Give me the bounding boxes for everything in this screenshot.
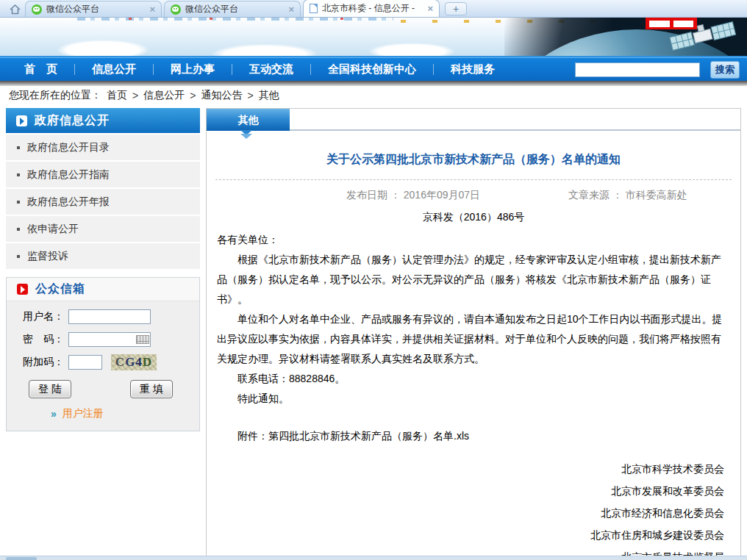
- bullet-icon: [17, 173, 20, 176]
- login-button[interactable]: 登 陆: [29, 380, 71, 398]
- bullet-icon: [17, 228, 20, 231]
- password-label: 密 码：: [23, 333, 68, 346]
- breadcrumb-item-info[interactable]: 信息公开: [143, 89, 185, 102]
- horizontal-scrollbar[interactable]: [0, 556, 747, 560]
- username-label: 用户名：: [23, 310, 68, 323]
- tab-pointer-icon: [207, 131, 740, 140]
- paragraph: 根据《北京市新技术新产品（服务）认定管理办法》的规定，经专家评审及认定小组审核，…: [217, 250, 730, 309]
- double-chevron-icon: »: [51, 408, 57, 420]
- wechat-icon: [32, 4, 42, 15]
- mailbox-header: 公众信箱: [7, 278, 199, 301]
- sidebar-gov-title: 政府信息公开: [35, 113, 110, 129]
- red-arrow-icon: [17, 284, 28, 295]
- article-body: 各有关单位： 根据《北京市新技术新产品（服务）认定管理办法》的规定，经专家评审及…: [217, 230, 730, 446]
- nav-item-online-services[interactable]: 网上办事: [154, 62, 232, 76]
- captcha-image[interactable]: C G 4 D: [111, 354, 157, 370]
- soft-keyboard-icon[interactable]: [136, 335, 149, 344]
- breadcrumb-top-strip: [0, 81, 747, 86]
- breadcrumb-item-notices[interactable]: 通知公告: [201, 89, 242, 102]
- breadcrumb-separator: >: [190, 90, 196, 101]
- sidebar-gov-header: 政府信息公开: [6, 108, 200, 133]
- captcha-input[interactable]: [68, 355, 102, 370]
- nav-item-home[interactable]: 首 页: [7, 62, 74, 76]
- browser-tab-active-bjkw[interactable]: 北京市科委 - 信息公开 - ×: [303, 0, 440, 17]
- nav-item-info-disclosure[interactable]: 信息公开: [75, 62, 153, 76]
- nav-item-interaction[interactable]: 互动交流: [232, 62, 310, 76]
- tab-close-icon[interactable]: ×: [149, 4, 155, 15]
- publish-date-value: 2016年09月07日: [404, 189, 480, 201]
- register-link[interactable]: » 用户注册: [51, 407, 199, 420]
- wechat-icon: [171, 4, 181, 15]
- banner-text-remnant: [77, 18, 393, 21]
- attachment-link[interactable]: 附件：第四批北京市新技术新产品（服务）名单.xls: [217, 426, 730, 446]
- paragraph-closing: 特此通知。: [217, 389, 730, 409]
- mailbox-login-form: 用户名： 密 码： 附加码： C G 4: [7, 301, 199, 431]
- tab-title: 微信公众平台: [185, 3, 284, 15]
- article-title: 关于公示第四批北京市新技术新产品（服务）名单的通知: [207, 152, 740, 168]
- sidebar-item-supervision-complaint[interactable]: 监督投诉: [6, 243, 200, 269]
- breadcrumb-item-home[interactable]: 首页: [107, 89, 127, 102]
- breadcrumb-separator: >: [247, 90, 253, 101]
- dashed-divider: [215, 179, 732, 180]
- signature-line: 北京市发展和改革委员会: [207, 480, 724, 502]
- article-panel: 其他 关于公示第四批北京市新技术新产品（服务）名单的通知 发布日期 ： 2016…: [206, 108, 741, 556]
- breadcrumb-prefix: 您现在所在的位置：: [9, 89, 101, 102]
- nav-item-tech-services[interactable]: 科技服务: [434, 62, 512, 76]
- nav-item-innovation-center[interactable]: 全国科技创新中心: [311, 62, 433, 76]
- arrow-icon: [16, 115, 27, 126]
- site-search-input[interactable]: [575, 62, 700, 77]
- signature-line: 北京市科学技术委员会: [207, 458, 724, 480]
- content-tab-bar: 其他: [207, 109, 740, 131]
- article-meta: 发布日期 ： 2016年09月07日 文章来源 ： 市科委高新处: [207, 189, 740, 202]
- source-value: 市科委高新处: [626, 189, 687, 201]
- signature-line: 北京市经济和信息化委员会: [207, 502, 724, 524]
- signature-block: 北京市科学技术委员会 北京市发展和改革委员会 北京市经济和信息化委员会 北京市住…: [207, 458, 740, 560]
- signature-line: 北京市住房和城乡建设委员会: [207, 524, 724, 546]
- username-input[interactable]: [68, 309, 151, 324]
- reset-button[interactable]: 重 填: [130, 380, 173, 398]
- breadcrumb-separator: >: [132, 90, 138, 101]
- site-banner: [0, 18, 747, 57]
- scrollbar-thumb[interactable]: [6, 557, 37, 560]
- sidebar-item-gov-guide[interactable]: 政府信息公开指南: [6, 162, 200, 187]
- sidebar-item-gov-catalog[interactable]: 政府信息公开目录: [6, 134, 200, 160]
- home-button[interactable]: [4, 1, 25, 17]
- home-icon: [9, 4, 21, 15]
- sidebar: 政府信息公开 政府信息公开目录 政府信息公开指南 政府信息公开年报 依申请公开 …: [6, 108, 200, 431]
- browser-tab-bar: 微信公众平台 × 微信公众平台 × 北京市科委 - 信息公开 - × +: [0, 0, 747, 18]
- source-label: 文章来源 ：: [568, 189, 623, 201]
- bullet-icon: [17, 146, 20, 149]
- sidebar-item-apply-disclosure[interactable]: 依申请公开: [6, 216, 200, 242]
- tab-close-icon[interactable]: ×: [427, 3, 433, 14]
- salutation: 各有关单位：: [217, 230, 730, 250]
- sidebar-item-gov-annual-report[interactable]: 政府信息公开年报: [6, 189, 200, 215]
- public-mailbox-panel: 公众信箱 用户名： 密 码： 附加码：: [6, 277, 200, 431]
- breadcrumb: 您现在所在的位置： 首页 > 信息公开 > 通知公告 > 其他: [0, 86, 747, 105]
- main-navigation: 首 页 信息公开 网上办事 互动交流 全国科技创新中心 科技服务 搜索: [0, 57, 747, 81]
- browser-tab-wechat-1[interactable]: 微信公众平台 ×: [25, 1, 162, 17]
- paragraph-phone: 联系电话：88828846。: [217, 369, 730, 389]
- breadcrumb-item-other[interactable]: 其他: [259, 89, 279, 102]
- browser-tab-wechat-2[interactable]: 微信公众平台 ×: [164, 1, 301, 17]
- bullet-icon: [17, 255, 20, 258]
- banner-red-badge: [646, 18, 697, 29]
- paragraph: 单位和个人对名单中企业、产品或服务有异议的，请自本通知发布之日起10个工作日内以…: [217, 309, 730, 369]
- document-number: 京科发（2016）486号: [207, 211, 740, 224]
- tab-title: 北京市科委 - 信息公开 -: [322, 2, 423, 15]
- bullet-icon: [17, 201, 20, 204]
- tab-title: 微信公众平台: [46, 3, 145, 15]
- captcha-label: 附加码：: [23, 356, 68, 369]
- tab-close-icon[interactable]: ×: [288, 4, 294, 15]
- new-tab-button[interactable]: +: [445, 2, 467, 15]
- page-icon: [310, 4, 318, 13]
- tab-other[interactable]: 其他: [207, 109, 290, 131]
- mailbox-title: 公众信箱: [35, 281, 85, 297]
- publish-date-label: 发布日期 ：: [346, 189, 401, 201]
- site-search-button[interactable]: 搜索: [710, 61, 740, 79]
